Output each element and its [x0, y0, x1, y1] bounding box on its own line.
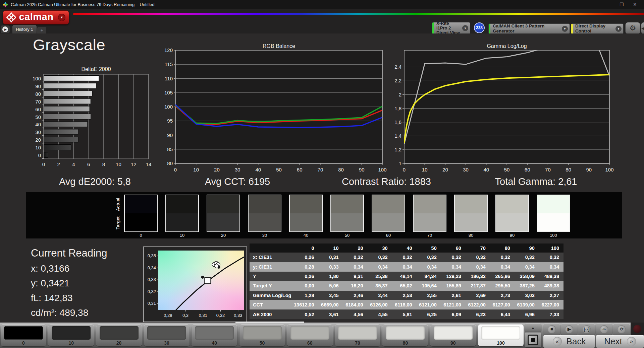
settings-gear-button[interactable]: ⚙ — [625, 22, 640, 34]
restore-button[interactable]: ❐ — [616, 1, 627, 8]
chart-title: Gamma Log/Log — [487, 43, 527, 49]
pattern-window-button[interactable] — [525, 333, 541, 347]
table-header-label — [250, 243, 294, 253]
table-cell: 2,53 — [392, 291, 417, 300]
table-cell: 265,86 — [490, 272, 515, 281]
pattern-patch-20[interactable]: 20 — [96, 324, 142, 346]
table-cell: 1,28 — [294, 291, 318, 300]
page-title: Grayscale — [33, 36, 105, 54]
patch-color-chip — [195, 326, 234, 340]
pattern-source-dropdown[interactable]: CalMAN Client 3 Pattern Generator ▼ — [488, 23, 570, 34]
table-cell: 0,34 — [368, 262, 392, 271]
table-cell: 5,81 — [392, 309, 417, 319]
table-cell: 6184,00 — [343, 300, 368, 309]
calman-diamond-icon — [6, 12, 16, 22]
table-cell: 6,44 — [490, 309, 515, 319]
table-header-10: 10 — [318, 243, 343, 253]
expand-panel-button[interactable]: ▲ — [525, 324, 541, 332]
y-tick-label: 30 — [35, 129, 41, 135]
current-reading-line: y: 0,3421 — [31, 278, 69, 289]
table-cell: 6121,00 — [441, 300, 466, 309]
swatch-70 — [413, 195, 446, 232]
patch-label: 90 — [430, 340, 476, 346]
x-tick-label: 0 — [174, 167, 177, 172]
x-tick-label: 50 — [504, 167, 510, 172]
collapse-panel-button[interactable]: ◀ — [641, 22, 644, 34]
tab-scroll-button[interactable]: ▶ — [1, 25, 10, 33]
y-tick-label: 90 — [167, 132, 173, 138]
pattern-patch-30[interactable]: 30 — [144, 324, 190, 346]
swatch-actual-40 — [290, 195, 322, 213]
next-button[interactable]: Next » — [596, 335, 644, 348]
x-tick-label: 4 — [72, 161, 75, 167]
y-tick-label: 115 — [165, 61, 173, 67]
table-cell: 1,80 — [318, 272, 343, 281]
x-tick-label: 50 — [276, 167, 282, 172]
minimize-button[interactable]: — — [602, 1, 614, 8]
bar-30 — [44, 129, 78, 135]
table-cell: 0,32 — [441, 253, 466, 262]
swatch-target-60 — [372, 213, 405, 231]
y-tick-label: 2,4 — [394, 64, 401, 70]
y-tick-label: 60 — [35, 107, 41, 112]
pattern-patch-0[interactable]: 0 — [1, 324, 46, 346]
actual-row-label: Actual — [115, 195, 120, 213]
pattern-patch-80[interactable]: 80 — [382, 324, 428, 346]
swatch-50 — [330, 195, 364, 232]
swatch-target-40 — [290, 213, 322, 231]
y-tick-label: 0,32 — [148, 289, 156, 294]
table-row-label: Gamma Log/Log — [250, 291, 294, 300]
pattern-patch-70[interactable]: 70 — [335, 324, 380, 346]
back-button[interactable]: « Back — [543, 335, 595, 348]
table-cell: 0,34 — [466, 262, 490, 271]
x-tick-label: 20 — [214, 167, 220, 172]
tab-history-1[interactable]: History 1 — [12, 25, 37, 33]
table-cell: 0,32 — [490, 253, 515, 262]
table-cell: 4,55 — [368, 309, 392, 319]
summary-stat: Avg dE2000: 5,8 — [59, 176, 131, 187]
pattern-patch-100[interactable]: 100 — [478, 324, 524, 346]
stop-button[interactable]: ■ — [543, 324, 560, 335]
y-tick-label: 110 — [165, 76, 173, 81]
calman-wordmark: calman — [19, 12, 53, 22]
swatch-target-50 — [331, 213, 363, 231]
calman-menu-button[interactable]: calman ▼ — [3, 10, 69, 24]
swatch-label: 100 — [537, 233, 570, 238]
display-control-dropdown[interactable]: Direct Display Control ▼ — [571, 23, 624, 34]
deltae-bar-chart: DeltaE 200002468101214100908070605040302… — [30, 66, 161, 176]
play-button[interactable]: ▶ — [561, 324, 578, 335]
x-tick-label: 0,3 — [182, 313, 189, 318]
swatch-label: 0 — [124, 233, 158, 238]
swatch-actual-10 — [166, 195, 198, 213]
swatch-label: 40 — [289, 233, 323, 238]
pattern-patch-60[interactable]: 60 — [287, 324, 333, 346]
chevron-down-icon[interactable]: ▼ — [58, 14, 65, 21]
refresh-button[interactable]: ⟳ — [613, 324, 630, 335]
continuous-measure-button[interactable]: ∞ — [596, 324, 612, 335]
chart-title: RGB Balance — [263, 43, 295, 49]
pattern-patch-40[interactable]: 40 — [192, 324, 237, 346]
close-button[interactable]: ✕ — [629, 1, 641, 8]
x-tick-label: 100 — [605, 167, 613, 172]
measure-series-button[interactable]: [··] — [578, 324, 595, 335]
pattern-window-icon — [528, 335, 538, 345]
pattern-patch-90[interactable]: 90 — [430, 324, 476, 346]
meter-dropdown[interactable]: X-Rite i1Pro 2 Direct View ▼ — [432, 22, 470, 34]
pattern-patch-50[interactable]: 50 — [239, 324, 285, 346]
measure-series-icon: [··] — [583, 325, 591, 333]
continuous-measure-icon: ∞ — [600, 325, 608, 333]
y-tick-label: 2,2 — [394, 78, 401, 83]
x-tick-label: 30 — [463, 167, 469, 172]
y-tick-label: 0,33 — [148, 277, 156, 282]
measurement-count-badge[interactable]: 238 — [474, 22, 485, 33]
table-cell: 155,89 — [441, 281, 466, 290]
bar-50 — [44, 114, 91, 119]
patch-color-chip — [290, 326, 329, 340]
pattern-patch-10[interactable]: 10 — [48, 324, 94, 346]
cie-overlay: 0,350,340,330,320,310,290,30,310,320,33 — [144, 247, 248, 323]
y-tick-label: 100 — [164, 104, 173, 110]
add-tab-button[interactable]: + — [37, 27, 46, 33]
swatch-100 — [537, 195, 570, 232]
table-cell: 16,20 — [343, 281, 368, 290]
table-cell: 0,26 — [294, 253, 318, 262]
